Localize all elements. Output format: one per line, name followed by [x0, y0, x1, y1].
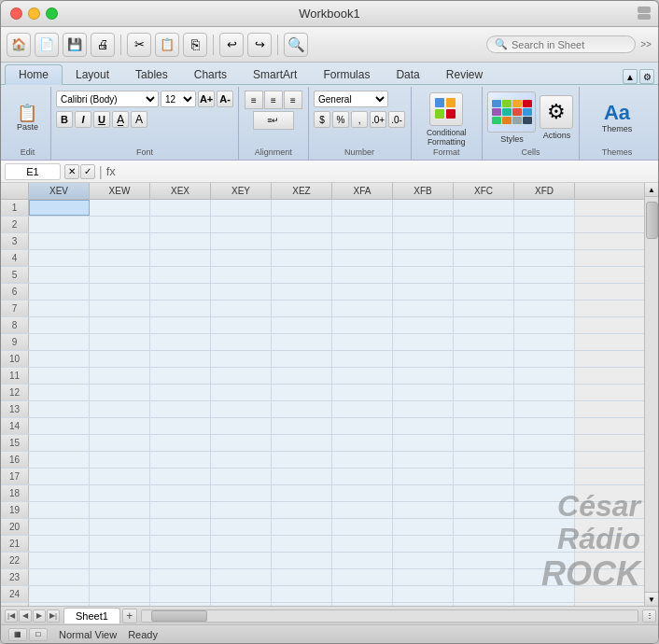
grid-cell[interactable] [150, 267, 211, 283]
grid-cell[interactable] [454, 469, 514, 484]
grid-cell[interactable] [393, 586, 454, 602]
paste-ribbon-btn[interactable]: 📋 Paste [13, 103, 42, 133]
grid-cell[interactable] [150, 502, 211, 518]
grid-cell[interactable] [211, 401, 272, 417]
toolbar-expand-btn[interactable]: >> [639, 33, 652, 57]
grid-cell[interactable] [150, 200, 211, 216]
grid-cell[interactable] [90, 267, 150, 283]
grid-cell[interactable] [29, 536, 90, 552]
grid-cell[interactable] [272, 452, 332, 468]
grid-cell[interactable] [514, 267, 575, 283]
grid-cell[interactable] [454, 553, 514, 568]
sheet-nav-last[interactable]: ▶| [47, 609, 60, 623]
grid-cell[interactable] [454, 502, 514, 518]
grid-cell[interactable] [90, 553, 150, 568]
grid-cell[interactable] [514, 469, 575, 484]
decrease-font-btn[interactable]: A- [217, 91, 233, 107]
grid-cell[interactable] [454, 385, 514, 400]
grid-cell[interactable] [272, 485, 332, 501]
font-size-select[interactable]: 12 [161, 91, 196, 107]
grid-cell[interactable] [272, 401, 332, 417]
grid-cell[interactable] [29, 200, 90, 216]
confirm-formula-btn[interactable]: ✓ [80, 164, 95, 179]
grid-cell[interactable] [514, 485, 575, 501]
undo-btn[interactable]: ↩ [219, 33, 244, 57]
grid-cell[interactable] [29, 519, 90, 535]
grid-cell[interactable] [393, 233, 454, 249]
underline-btn[interactable]: U [93, 111, 110, 128]
grid-cell[interactable] [211, 586, 272, 602]
tab-smartart[interactable]: SmartArt [240, 65, 310, 84]
grid-cell[interactable] [29, 334, 90, 350]
grid-cell[interactable] [90, 385, 150, 400]
sheet-tab-1[interactable]: Sheet1 [63, 608, 120, 623]
grid-cell[interactable] [29, 267, 90, 283]
grid-cell[interactable] [272, 418, 332, 434]
grid-cell[interactable] [393, 368, 454, 384]
grid-cell[interactable] [272, 200, 332, 216]
grid-cell[interactable] [211, 317, 272, 333]
grid-cell[interactable] [514, 452, 575, 468]
font-color-btn[interactable]: A [131, 111, 147, 128]
grid-cell[interactable] [29, 452, 90, 468]
grid-cell[interactable] [514, 334, 575, 350]
grid-cell[interactable] [454, 418, 514, 434]
col-header-xfd[interactable]: XFD [514, 183, 575, 199]
grid-cell[interactable] [454, 536, 514, 552]
grid-cell[interactable] [150, 317, 211, 333]
grid-cell[interactable] [514, 502, 575, 518]
grid-cell[interactable] [90, 284, 150, 300]
grid-cell[interactable] [29, 217, 90, 232]
grid-cell[interactable] [150, 586, 211, 602]
grid-cell[interactable] [211, 502, 272, 518]
grid-cell[interactable] [29, 569, 90, 585]
grid-cell[interactable] [332, 200, 393, 216]
grid-cell[interactable] [150, 217, 211, 232]
grid-cell[interactable] [393, 569, 454, 585]
grid-cell[interactable] [514, 351, 575, 367]
grid-cell[interactable] [332, 385, 393, 400]
grid-cell[interactable] [514, 536, 575, 552]
grid-cell[interactable] [29, 469, 90, 484]
tab-review[interactable]: Review [433, 65, 496, 84]
themes-btn[interactable]: Aa Themes [598, 101, 637, 135]
scroll-down-btn[interactable]: ▼ [645, 592, 658, 606]
grid-cell[interactable] [90, 469, 150, 484]
grid-cell[interactable] [454, 351, 514, 367]
cell-reference[interactable]: E1 [5, 163, 61, 180]
align-left-btn[interactable]: ≡ [245, 91, 263, 109]
tab-tables[interactable]: Tables [122, 65, 181, 84]
grid-cell[interactable] [332, 401, 393, 417]
redo-btn[interactable]: ↪ [247, 33, 272, 57]
grid-cell[interactable] [454, 267, 514, 283]
grid-cell[interactable] [29, 502, 90, 518]
grid-cell[interactable] [393, 418, 454, 434]
grid-cell[interactable] [393, 401, 454, 417]
grid-cell[interactable] [211, 200, 272, 216]
ribbon-settings-btn[interactable]: ⚙ [639, 69, 654, 84]
sheet-nav-next[interactable]: ▶ [33, 609, 46, 623]
comma-btn[interactable]: , [351, 111, 368, 128]
grid-cell[interactable] [211, 569, 272, 585]
grid-cell[interactable] [393, 502, 454, 518]
grid-cell[interactable] [150, 485, 211, 501]
grid-cell[interactable] [454, 452, 514, 468]
grid-cell[interactable] [90, 301, 150, 316]
grid-cell[interactable] [272, 385, 332, 400]
grid-cell[interactable] [150, 401, 211, 417]
grid-cell[interactable] [211, 452, 272, 468]
grid-cell[interactable] [211, 267, 272, 283]
grid-cell[interactable] [514, 401, 575, 417]
grid-cell[interactable] [90, 401, 150, 417]
grid-cell[interactable] [150, 452, 211, 468]
save-btn[interactable]: 💾 [63, 33, 87, 57]
grid-cell[interactable] [514, 200, 575, 216]
grid-cell[interactable] [514, 569, 575, 585]
grid-cell[interactable] [150, 418, 211, 434]
grid-cell[interactable] [211, 536, 272, 552]
grid-cell[interactable] [29, 250, 90, 266]
col-header-xey[interactable]: XEY [211, 183, 272, 199]
print-btn[interactable]: 🖨 [91, 33, 115, 57]
grid-cell[interactable] [211, 435, 272, 451]
grid-cell[interactable] [393, 435, 454, 451]
